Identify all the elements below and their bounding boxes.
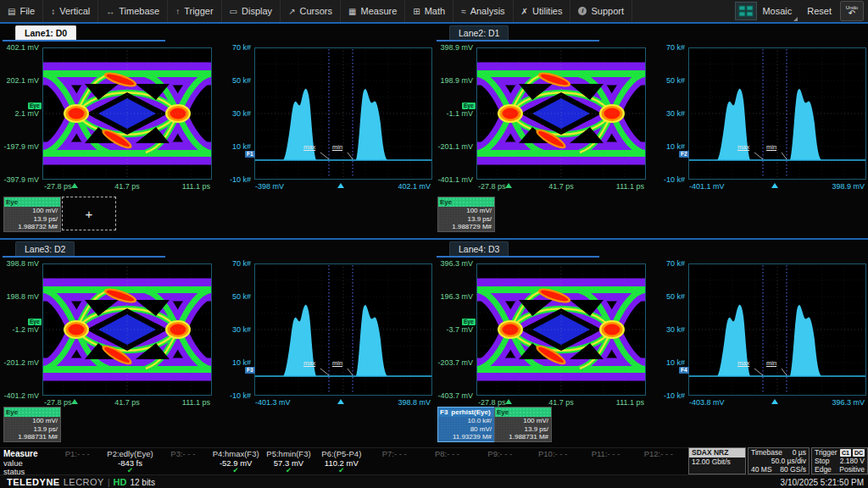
descriptor-title: Eye [438,197,494,207]
measure-col-header[interactable]: P11:- - - [579,449,632,458]
signal-info-box[interactable]: SDAX NRZ 12.00 Gbit/s [688,447,746,474]
histogram-lane4[interactable] [688,263,866,396]
measure-col-header[interactable]: P9:- - - [474,449,526,458]
menu-vertical-label: Vertical [59,6,90,16]
mosaic-button[interactable]: Mosaic [733,0,798,22]
status-check [632,466,685,474]
eye-trace-badge[interactable]: Eye [462,319,476,325]
menu-support[interactable]: iSupport [570,0,632,22]
hist-max-annotation: max [303,143,315,151]
hist-trace-badge[interactable]: F3 [245,367,255,374]
eye-y-tick: -397.9 mV [0,175,39,184]
measure-col-header[interactable]: P8:- - - [420,449,473,458]
hist-axis-marker [771,183,778,188]
measure-col-header[interactable]: P2:edly(Eye) [103,449,156,458]
menu-support-label: Support [591,6,624,16]
histogram-lane3[interactable] [254,263,432,396]
eye-y-tick: 202.1 mV [0,76,39,85]
file-icon: ▤ [8,7,15,16]
status-check: ✔ [262,466,314,474]
eye-diagram-lane2[interactable] [476,47,646,180]
signal-bitrate: 12.00 Gbit/s [692,458,731,466]
descriptor-hscale: 13.9 ps/ [438,215,494,224]
menu-trigger[interactable]: ↑Trigger [168,0,221,22]
measure-col-header[interactable]: P6:(P5-P4) [315,449,368,458]
menu-measure[interactable]: ▦Measure [341,0,405,22]
menu-trigger-label: Trigger [184,6,213,16]
f3-descriptor-box[interactable]: F3 perhist(Eye) 10.0 k#/ 80 mV/ 11.93239… [437,407,495,442]
hist-y-tick: 30 k# [210,109,251,118]
tab-lane2[interactable]: Lane2: D1 [449,25,509,40]
descriptor-title: Eye [495,408,551,417]
measure-col-header[interactable]: P7:- - - [368,449,420,458]
measure-col-header[interactable]: P4:hmax(F3) [209,449,262,458]
descriptor-hscale: 13.9 ps/ [4,425,60,434]
eye-descriptor-box[interactable]: Eye 100 mV/ 13.9 ps/ 1.988731 M# [494,407,552,442]
trigger-slope: Positive [839,465,865,474]
menu-analysis[interactable]: ≈Analysis [453,0,513,22]
tab-lane1[interactable]: Lane1: D0 [15,25,76,40]
measure-col-header[interactable]: P10:- - - [526,449,579,458]
timebase-offset: 0 µs [793,448,806,457]
trigger-title: Trigger [815,448,837,457]
reset-button[interactable]: Reset [807,6,832,16]
menu-vertical[interactable]: ↕Vertical [43,0,98,22]
histogram-lane2[interactable] [688,47,866,180]
menu-timebase[interactable]: ↔Timebase [98,0,168,22]
menu-cursors[interactable]: ↗Cursors [281,0,341,22]
add-trace-button[interactable]: + [62,197,116,230]
menu-file[interactable]: ▤File [0,0,43,22]
eye-y-tick: -197.9 mV [0,142,39,151]
eye-descriptor-box[interactable]: Eye 100 mV/ 13.9 ps/ 1.988729 M# [437,197,495,232]
measure-col-header[interactable]: P1:- - - [51,449,103,458]
timebase-info-box[interactable]: Timebase0 µs 50.0 µs/div 40 MS80 GS/s [748,447,810,474]
measure-col-header[interactable]: P5:hmin(F3) [262,449,314,458]
tab-accent [437,256,599,258]
measure-col-header[interactable]: P3:- - - [157,449,209,458]
menu-measure-label: Measure [360,6,397,16]
hist-trace-badge[interactable]: F1 [245,151,255,158]
eye-trace-badge[interactable]: Eye [28,103,42,109]
eye-y-tick: 396.3 mV [434,259,473,268]
hist-axis-marker [337,183,344,188]
hist-y-tick: 30 k# [644,109,685,118]
hist-y-tick: 10 k# [644,142,685,151]
eye-trace-badge[interactable]: Eye [28,319,42,325]
tab-lane4[interactable]: Lane4: D3 [449,241,509,256]
descriptor-vscale: 10.0 k#/ [438,417,494,425]
status-check: ✔ [315,466,368,474]
hist-y-tick: 70 k# [210,259,251,268]
descriptor-count: 1.988729 M# [438,223,494,231]
menu-utilities[interactable]: ✗Utilities [514,0,571,22]
histogram-lane1[interactable] [254,47,432,180]
measure-col-header[interactable]: P12:- - - [632,449,685,458]
mosaic-label: Mosaic [762,6,792,16]
menu-math[interactable]: ⊞Math [405,0,453,22]
eye-descriptor-box[interactable]: Eye 100 mV/ 13.9 ps/ 1.988732 M# [3,197,61,232]
eye-diagram-lane4[interactable] [476,263,646,396]
eye-trace-badge[interactable]: Eye [462,103,476,109]
descriptor-title: F3 [440,408,448,417]
horizontal-arrows-icon: ↔ [106,7,114,16]
hist-trace-badge[interactable]: F4 [679,367,689,374]
menu-cursors-label: Cursors [300,6,333,16]
hist-trace-badge[interactable]: F2 [679,151,689,158]
eye-descriptor-box[interactable]: Eye 100 mV/ 13.9 ps/ 1.988731 M# [3,407,61,442]
eye-y-tick: 398.9 mV [434,43,473,52]
menu-bar: ▤File ↕Vertical ↔Timebase ↑Trigger ▭Disp… [0,0,868,22]
menu-math-label: Math [425,6,445,16]
undo-button[interactable]: Undo ↶ [840,1,864,21]
eye-diagram-lane1[interactable] [42,47,212,180]
eye-axis-marker [71,183,78,188]
clock: 3/10/2025 5:21:50 PM [781,478,868,487]
menu-analysis-label: Analysis [470,6,505,16]
menu-display-label: Display [242,6,272,16]
hist-y-tick: 30 k# [210,325,251,334]
menu-display[interactable]: ▭Display [222,0,281,22]
menu-file-label: File [19,6,35,16]
trigger-arrow-icon: ↑ [175,7,180,16]
eye-diagram-lane3[interactable] [42,263,212,396]
trigger-info-box[interactable]: TriggerC1DC Stop2.180 V EdgePositive [811,447,868,474]
tab-accent [3,256,165,258]
tab-lane3[interactable]: Lane3: D2 [15,241,75,256]
